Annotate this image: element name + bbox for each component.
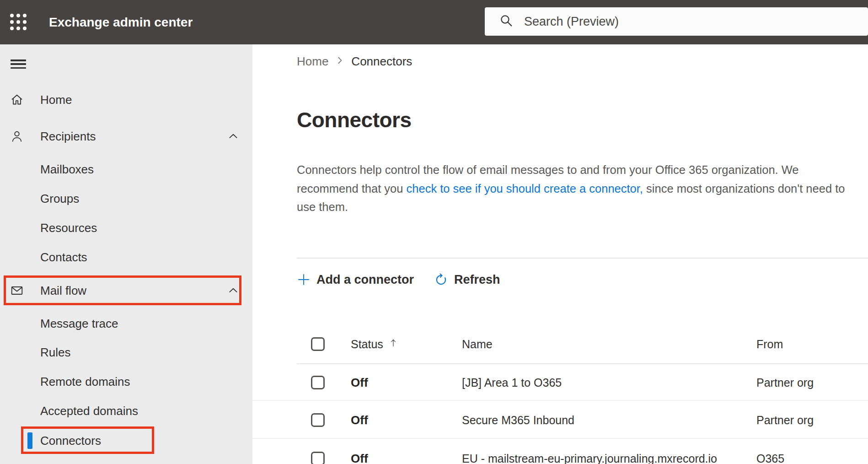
mail-icon (10, 284, 24, 297)
sidebar-item-label: Contacts (40, 250, 87, 264)
table-header-divider (297, 363, 868, 364)
sidebar-item-remote-domains[interactable]: Remote domains (0, 367, 252, 396)
breadcrumb-home-link[interactable]: Home (297, 54, 328, 69)
row-from: Partner org (756, 376, 814, 389)
sidebar-item-label: Recipients (40, 129, 96, 144)
sidebar-item-mail-flow[interactable]: Mail flow (0, 276, 252, 305)
table-row[interactable]: Off EU - mailstream-eu-primary.journalin… (252, 440, 868, 464)
row-checkbox[interactable] (311, 376, 325, 389)
toolbar: Add a connector Refresh (297, 268, 500, 291)
row-name-link[interactable]: EU - mailstream-eu-primary.journaling.mx… (462, 452, 717, 464)
row-status: Off (351, 452, 368, 464)
row-name-link[interactable]: Secure M365 Inbound (462, 413, 574, 426)
app-launcher-icon[interactable] (10, 14, 27, 30)
search-input[interactable] (524, 7, 868, 36)
sidebar-item-resources[interactable]: Resources (0, 213, 252, 243)
sidebar-item-recipients[interactable]: Recipients (0, 122, 252, 151)
row-from: Partner org (756, 413, 814, 426)
home-icon (10, 93, 24, 107)
chevron-right-icon (334, 55, 345, 68)
refresh-label: Refresh (454, 273, 500, 287)
column-header-label: Name (462, 338, 493, 351)
sidebar-item-home[interactable]: Home (0, 85, 252, 114)
add-connector-label: Add a connector (316, 273, 414, 287)
table-row[interactable]: Off [JB] Area 1 to O365 Partner org (252, 365, 868, 401)
topbar: Exchange admin center (0, 0, 868, 44)
sidebar-item-label: Remote domains (40, 375, 130, 389)
row-name-link[interactable]: [JB] Area 1 to O365 (462, 376, 562, 389)
sidebar-item-mailboxes[interactable]: Mailboxes (0, 155, 252, 184)
row-status: Off (351, 413, 368, 427)
sidebar-item-label: Mailboxes (40, 162, 94, 177)
sidebar-item-accepted-domains[interactable]: Accepted domains (0, 396, 252, 426)
breadcrumb-current: Connectors (351, 54, 412, 69)
page-title: Connectors (297, 108, 412, 132)
chevron-up-icon[interactable] (227, 130, 240, 143)
column-header-name[interactable]: Name (462, 338, 493, 351)
row-checkbox[interactable] (311, 452, 325, 464)
search-icon (498, 13, 514, 30)
breadcrumb: Home Connectors (297, 54, 412, 69)
sidebar-item-label: Rules (40, 345, 70, 360)
exchange-admin-center-window: Exchange admin center Home (0, 0, 868, 464)
add-connector-button[interactable]: Add a connector (297, 273, 414, 287)
sidebar-item-label: Accepted domains (40, 404, 138, 418)
search-box[interactable] (485, 7, 868, 36)
sidebar-item-label: Resources (40, 221, 97, 235)
nav-collapse-icon[interactable] (11, 59, 26, 69)
row-checkbox[interactable] (311, 413, 325, 427)
column-header-status[interactable]: Status (351, 337, 399, 351)
column-header-label: Status (351, 338, 383, 351)
row-status: Off (351, 375, 368, 389)
sidebar-item-connectors[interactable]: Connectors (0, 426, 252, 455)
chevron-up-icon[interactable] (227, 284, 240, 297)
row-from: O365 (756, 452, 784, 464)
main-content: Home Connectors Connectors Connectors he… (252, 44, 868, 464)
sidebar-item-message-trace[interactable]: Message trace (0, 309, 252, 338)
person-icon (10, 129, 24, 143)
refresh-button[interactable]: Refresh (434, 273, 500, 287)
sidebar-item-label: Home (40, 93, 72, 107)
column-header-label: From (756, 338, 783, 351)
select-all-checkbox[interactable] (311, 337, 325, 351)
sidebar-item-label: Connectors (40, 434, 101, 448)
sidebar-item-rules[interactable]: Rules (0, 338, 252, 367)
check-connector-link[interactable]: check to see if you should create a conn… (407, 182, 643, 195)
refresh-icon (434, 273, 448, 287)
sidebar-item-contacts[interactable]: Contacts (0, 243, 252, 272)
page-description: Connectors help control the flow of emai… (297, 161, 862, 216)
table-row[interactable]: Off Secure M365 Inbound Partner org (252, 402, 868, 439)
sidebar-item-groups[interactable]: Groups (0, 184, 252, 213)
sidebar-item-label: Message trace (40, 317, 118, 331)
toolbar-top-divider (297, 258, 868, 259)
column-header-from[interactable]: From (756, 338, 783, 351)
plus-icon (297, 273, 311, 286)
sidebar: Home Recipients Mailboxes Groups Resourc… (0, 44, 252, 464)
table-header: Status Name From (252, 328, 868, 360)
app-title: Exchange admin center (49, 0, 193, 44)
sidebar-item-label: Mail flow (40, 284, 86, 298)
selected-indicator (27, 432, 32, 449)
sidebar-item-label: Groups (40, 192, 79, 206)
sort-ascending-icon (388, 337, 399, 351)
